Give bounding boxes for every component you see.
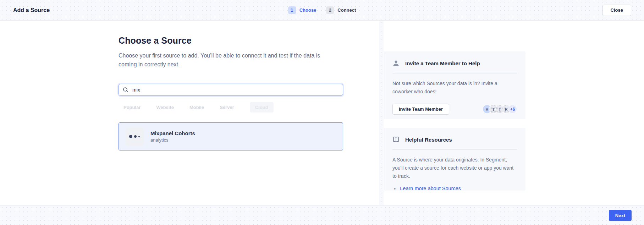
invite-team-member-button[interactable]: Invite Team Member (392, 104, 449, 115)
content-sidebar-divider (379, 21, 384, 205)
stepper: 1 Choose 2 Connect (288, 6, 356, 14)
search-box (119, 84, 343, 96)
invite-panel-title: Invite a Team Member to Help (405, 60, 480, 66)
search-icon (123, 87, 128, 93)
next-button[interactable]: Next (609, 210, 632, 221)
modal-header: Add a Source 1 Choose 2 Connect Close (0, 0, 644, 21)
resources-panel-body: A Source is where your data originates. … (392, 156, 517, 180)
resources-panel-title: Helpful Resources (405, 137, 452, 143)
source-picker: Choose a Source Choose your first source… (119, 21, 343, 150)
source-meta: Mixpanel Cohorts analytics (150, 130, 195, 143)
mixpanel-dots-logo-icon (125, 127, 144, 146)
step-choose-label: Choose (299, 7, 317, 13)
page-description: Choose your first source to add. You’ll … (119, 51, 338, 69)
step-connect[interactable]: 2 Connect (326, 6, 356, 14)
modal-body: Choose a Source Choose your first source… (0, 21, 644, 205)
person-icon (392, 60, 400, 67)
tab-mobile[interactable]: Mobile (189, 105, 204, 110)
learn-more-sources-link[interactable]: Learn more about Sources (400, 186, 461, 191)
modal-footer: Next (0, 205, 644, 225)
invite-panel-header: Invite a Team Member to Help (392, 59, 517, 68)
page-heading: Choose a Source (119, 35, 343, 46)
invite-panel: Invite a Team Member to Help Not sure wh… (384, 51, 525, 119)
bullet-icon: • (394, 186, 396, 191)
source-name: Mixpanel Cohorts (150, 130, 195, 136)
step-choose-number: 1 (288, 6, 296, 14)
invite-row: Invite Team Member V T T R +6 (392, 104, 517, 115)
avatar-overflow-count: +6 (508, 105, 517, 114)
resources-panel: Helpful Resources A Source is where your… (384, 128, 525, 191)
book-icon (392, 136, 400, 143)
step-choose[interactable]: 1 Choose (288, 6, 317, 14)
page-title: Add a Source (13, 7, 50, 13)
close-button[interactable]: Close (602, 5, 631, 16)
source-category: analytics (150, 137, 195, 143)
resource-link-row: • Learn more about Sources (392, 186, 517, 191)
avatar-stack: V T T R +6 (483, 105, 517, 114)
divider (392, 149, 517, 150)
tab-website[interactable]: Website (156, 105, 174, 110)
invite-panel-body: Not sure which Sources your data is in? … (392, 79, 517, 96)
help-sidebar: Invite a Team Member to Help Not sure wh… (384, 21, 525, 191)
search-input[interactable] (119, 84, 343, 96)
tab-cloud[interactable]: Cloud (250, 102, 274, 112)
divider (392, 73, 517, 73)
step-connect-number: 2 (326, 6, 334, 14)
resources-panel-header: Helpful Resources (392, 135, 517, 144)
tab-popular[interactable]: Popular (123, 105, 141, 110)
tab-server[interactable]: Server (220, 105, 234, 110)
category-tabs: Popular Website Mobile Server Cloud (119, 102, 343, 112)
step-connect-label: Connect (337, 7, 356, 13)
source-result-mixpanel-cohorts[interactable]: Mixpanel Cohorts analytics (119, 122, 343, 150)
